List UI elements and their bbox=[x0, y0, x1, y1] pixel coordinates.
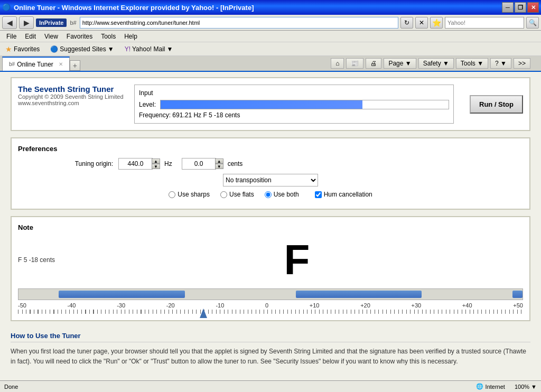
cents-spin-down[interactable]: ▼ bbox=[215, 164, 223, 169]
note-name: F 5 -18 cents bbox=[18, 256, 60, 264]
use-sharps-radio[interactable] bbox=[169, 191, 175, 198]
home-button[interactable]: ⌂ bbox=[331, 58, 344, 69]
back-button[interactable]: ◀ bbox=[2, 16, 17, 29]
use-both-label: Use both bbox=[274, 191, 299, 198]
print-button[interactable]: 🖨 bbox=[366, 58, 381, 69]
cents-spinner: ▲ ▼ bbox=[215, 158, 223, 169]
level-bar-fill bbox=[161, 100, 362, 109]
run-stop-button[interactable]: Run / Stop bbox=[470, 95, 523, 114]
hz-input-group: ▲ ▼ Hz bbox=[118, 158, 176, 170]
input-section-label: Input bbox=[139, 89, 449, 97]
use-flats-label: Use flats bbox=[229, 191, 254, 198]
title-bar: 🔵 Online Tuner - Windows Internet Explor… bbox=[0, 0, 541, 15]
scale-label-n50: -50 bbox=[18, 302, 26, 309]
hum-cancellation-checkbox[interactable] bbox=[315, 191, 322, 198]
scale-label-n10: -10 bbox=[216, 302, 224, 309]
window-controls: ─ ❐ ✕ bbox=[502, 2, 539, 13]
scale-segment-right bbox=[296, 291, 422, 298]
scale-label-0: 0 bbox=[265, 302, 268, 309]
note-name-display: F 5 -18 cents bbox=[18, 256, 60, 264]
tuning-origin-label: Tuning origin: bbox=[18, 160, 113, 167]
tools-menu[interactable]: Tools ▼ bbox=[456, 58, 488, 69]
note-letter: F bbox=[71, 236, 523, 284]
extend-menu[interactable]: >> bbox=[514, 58, 530, 69]
cents-input[interactable] bbox=[182, 158, 216, 170]
scale-bar bbox=[18, 288, 523, 300]
use-sharps-option[interactable]: Use sharps bbox=[169, 191, 210, 198]
tuning-indicator bbox=[200, 309, 207, 320]
tuner-branding: The Seventh String Tuner Copyright © 200… bbox=[18, 85, 124, 124]
feed-button[interactable]: 📰 bbox=[346, 58, 363, 69]
tab-bar: b# Online Tuner ✕ + ⌂ 📰 🖨 Page ▼ Safety … bbox=[0, 56, 541, 72]
search-input[interactable] bbox=[445, 17, 524, 29]
scale-label-n20: -20 bbox=[166, 302, 175, 309]
safety-menu[interactable]: Safety ▼ bbox=[418, 58, 454, 69]
forward-button[interactable]: ▶ bbox=[19, 16, 34, 29]
note-title: Note bbox=[18, 223, 523, 231]
yahoo-mail-chevron: ▼ bbox=[166, 45, 173, 53]
restore-button[interactable]: ❐ bbox=[515, 2, 526, 13]
yahoo-mail-link[interactable]: Y! Yahoo! Mail ▼ bbox=[122, 44, 176, 54]
favorites-star-icon[interactable]: ⭐ bbox=[430, 17, 443, 29]
page-menu[interactable]: Page ▼ bbox=[384, 58, 416, 69]
close-button[interactable]: ✕ bbox=[527, 2, 539, 13]
star-icon: ★ bbox=[5, 45, 12, 53]
suggested-sites-icon: 🔵 bbox=[50, 45, 58, 53]
page-toolbar: ⌂ 📰 🖨 Page ▼ Safety ▼ Tools ▼ ? ▼ >> bbox=[331, 58, 539, 71]
use-flats-radio[interactable] bbox=[220, 191, 227, 198]
menu-view[interactable]: View bbox=[40, 32, 62, 41]
menu-bar: File Edit View Favorites Tools Help bbox=[0, 31, 541, 42]
yahoo-mail-icon: Y! bbox=[125, 45, 130, 53]
use-sharps-label: Use sharps bbox=[178, 191, 210, 198]
options-row: Use sharps Use flats Use both Hum cancel… bbox=[18, 191, 523, 198]
run-stop-container: Run / Stop bbox=[470, 85, 523, 124]
cents-input-group: ▲ ▼ cents bbox=[182, 158, 247, 170]
favorites-label: Favorites bbox=[14, 45, 40, 53]
cents-spin-up[interactable]: ▲ bbox=[215, 158, 223, 164]
zoom-control[interactable]: 100% ▼ bbox=[515, 384, 537, 390]
use-flats-option[interactable]: Use flats bbox=[220, 191, 254, 198]
how-to-title: How to Use the Tuner bbox=[11, 332, 530, 342]
menu-favorites[interactable]: Favorites bbox=[62, 32, 97, 41]
tuner-header: The Seventh String Tuner Copyright © 200… bbox=[18, 85, 523, 124]
zoom-chevron-icon: ▼ bbox=[531, 384, 537, 390]
yahoo-mail-label: Yahoo! Mail bbox=[132, 45, 165, 53]
hz-spin-up[interactable]: ▲ bbox=[152, 158, 160, 164]
stop-button[interactable]: ✕ bbox=[415, 17, 428, 29]
new-tab-button[interactable]: + bbox=[70, 60, 80, 71]
scale-label-p20: +20 bbox=[360, 302, 370, 309]
tab-online-tuner[interactable]: b# Online Tuner ✕ bbox=[2, 57, 70, 71]
menu-edit[interactable]: Edit bbox=[21, 32, 40, 41]
favorites-button[interactable]: ★ Favorites bbox=[2, 44, 43, 54]
tuning-origin-row: Tuning origin: ▲ ▼ Hz ▲ ▼ cents bbox=[18, 158, 523, 170]
use-both-option[interactable]: Use both bbox=[265, 191, 299, 198]
menu-help[interactable]: Help bbox=[120, 32, 142, 41]
scale-segment-left bbox=[59, 291, 185, 298]
indicator-svg bbox=[200, 309, 207, 318]
preferences-title: Preferences bbox=[18, 145, 523, 153]
refresh-button[interactable]: ↻ bbox=[400, 17, 413, 29]
minimize-button[interactable]: ─ bbox=[502, 2, 514, 13]
scale-tick-bar bbox=[18, 310, 523, 314]
tab-label: Online Tuner bbox=[17, 61, 53, 68]
level-label: Level: bbox=[139, 101, 156, 108]
transposition-select[interactable]: No transposition Bb instrument Eb instru… bbox=[223, 174, 318, 186]
search-button[interactable]: 🔍 bbox=[526, 17, 539, 29]
hum-cancellation-option[interactable]: Hum cancellation bbox=[315, 191, 372, 198]
preferences-box: Preferences Tuning origin: ▲ ▼ Hz ▲ ▼ bbox=[11, 137, 530, 210]
globe-icon: 🌐 bbox=[476, 383, 483, 390]
suggested-sites-link[interactable]: 🔵 Suggested Sites ▼ bbox=[47, 44, 117, 54]
scale-label-p40: +40 bbox=[462, 302, 472, 309]
scale-label-p30: +30 bbox=[412, 302, 422, 309]
use-both-radio[interactable] bbox=[265, 191, 272, 198]
zone-label: Internet bbox=[486, 384, 505, 390]
menu-tools[interactable]: Tools bbox=[97, 32, 120, 41]
address-input[interactable] bbox=[80, 17, 398, 29]
frequency-display: Frequency: 691.21 Hz F 5 -18 cents bbox=[139, 111, 449, 119]
hz-spin-down[interactable]: ▼ bbox=[152, 164, 160, 169]
help-menu[interactable]: ? ▼ bbox=[490, 58, 511, 69]
menu-file[interactable]: File bbox=[2, 32, 21, 41]
scale-label-p50: +50 bbox=[513, 302, 523, 309]
hz-input[interactable] bbox=[118, 158, 153, 170]
tab-close-icon[interactable]: ✕ bbox=[59, 61, 63, 67]
